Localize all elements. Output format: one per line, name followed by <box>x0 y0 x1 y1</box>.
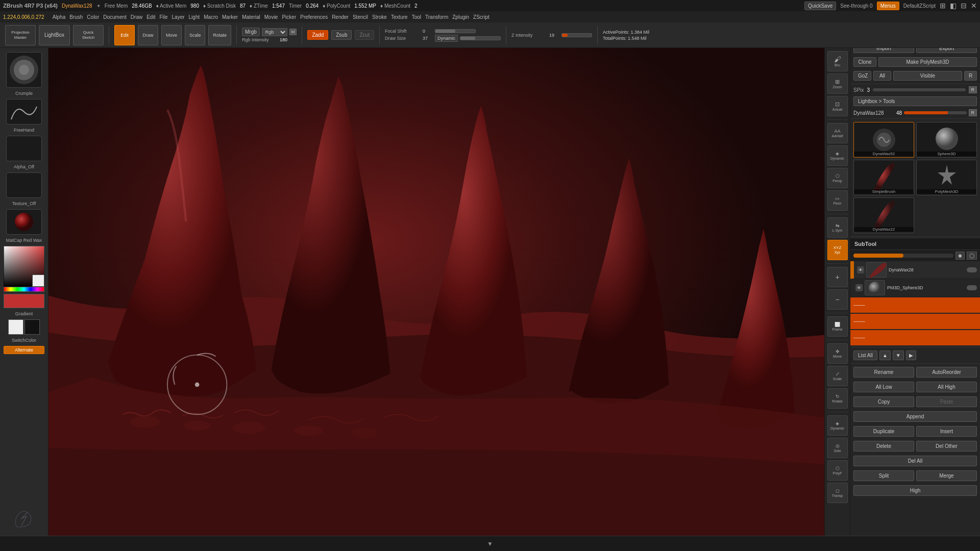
subtool-toggle-off[interactable]: ◯ <box>967 252 977 260</box>
subtool-item-blank1[interactable]: ──── <box>850 297 980 313</box>
r-btn[interactable]: R <box>964 71 977 81</box>
bru-btn[interactable]: 🖌 Bru <box>827 51 848 71</box>
menu-layer[interactable]: Layer <box>172 14 185 20</box>
color-gradient-box[interactable] <box>4 246 44 287</box>
subtool-vis-toggle2[interactable] <box>967 285 977 290</box>
crumple-brush[interactable] <box>6 52 42 88</box>
lightbox-btn[interactable]: LightBox <box>39 25 70 45</box>
menu-file[interactable]: File <box>159 14 167 20</box>
scale-btn[interactable]: Scale <box>185 25 206 45</box>
menu-tool[interactable]: Tool <box>412 14 421 20</box>
brush-polymesh3d[interactable]: PolyMesh3D <box>916 160 977 195</box>
all-high-btn[interactable]: All High <box>916 382 977 392</box>
all-low-btn[interactable]: All Low <box>853 382 914 392</box>
secondary-color[interactable] <box>32 274 44 287</box>
menus-btn[interactable]: Menus <box>877 2 899 10</box>
menu-zscript[interactable]: ZScript <box>473 14 489 20</box>
dynamic-view-btn[interactable]: ◈ Dynamic <box>827 145 848 166</box>
high-btn[interactable]: High <box>853 485 977 496</box>
lsym-btn[interactable]: ⇆ L.Sym <box>827 217 848 238</box>
alternate-btn[interactable]: Alternate <box>4 346 44 354</box>
rename-btn[interactable]: Rename <box>853 367 914 378</box>
canvas-area[interactable] <box>48 48 847 536</box>
goz-btn[interactable]: GoZ <box>853 71 871 81</box>
menu-preferences[interactable]: Preferences <box>300 14 328 20</box>
draw-slider[interactable] <box>460 36 501 40</box>
menu-document[interactable]: Document <box>103 14 127 20</box>
brush-simplebrush[interactable]: SimpleBrush <box>853 160 914 195</box>
split-btn[interactable]: Split <box>853 470 914 481</box>
zcut-btn[interactable]: Zcut <box>355 30 374 40</box>
subtool-toggle-on[interactable]: ◉ <box>955 252 965 260</box>
persp-btn[interactable]: ⬡ Persp <box>827 168 848 188</box>
menu-stencil[interactable]: Stencil <box>353 14 368 20</box>
dyname-r-btn[interactable]: R <box>969 109 977 116</box>
menu-stroke[interactable]: Stroke <box>372 14 387 20</box>
subtool-eye1[interactable]: 👁 <box>857 266 864 273</box>
menu-color[interactable]: Color <box>87 14 99 20</box>
draw-btn[interactable]: Draw <box>138 25 158 45</box>
icon-btn2[interactable]: ◧ <box>950 2 957 10</box>
rotate-view-btn[interactable]: ↻ Rotate <box>827 388 848 409</box>
plus-btn[interactable]: + <box>827 267 848 287</box>
polyf-btn[interactable]: ⬡ PolyF <box>827 460 848 481</box>
material-preview[interactable] <box>6 209 42 235</box>
menu-draw[interactable]: Draw <box>131 14 142 20</box>
hue-bar[interactable] <box>4 287 44 292</box>
solo-btn[interactable]: ◎ Solo <box>827 438 848 458</box>
auto-reorder-btn[interactable]: AutoReorder <box>916 367 977 378</box>
list-arrow-down[interactable]: ▼ <box>893 350 904 360</box>
dyname-slider[interactable] <box>904 111 966 114</box>
subtool-vis-toggle1[interactable] <box>967 267 977 272</box>
rgb-select[interactable]: Rgb <box>262 28 287 36</box>
projection-master-btn[interactable]: Tool ProjectionMaster <box>5 25 36 45</box>
menu-render[interactable]: Render <box>332 14 349 20</box>
menu-material[interactable]: Material <box>242 14 260 20</box>
subtool-item-blank3[interactable]: ──── <box>850 330 980 345</box>
scale-view-btn[interactable]: ⤢ Scale <box>827 366 848 386</box>
transp-btn[interactable]: ◻ Transp <box>827 483 848 503</box>
brush-dynawax22[interactable]: DynaWax22 <box>853 197 914 233</box>
subtool-item-blank2[interactable]: ──── <box>850 314 980 329</box>
minus-btn[interactable]: − <box>827 289 848 310</box>
z-intensity-slider[interactable] <box>561 33 592 37</box>
menu-macro[interactable]: Macro <box>204 14 218 20</box>
spix-r-btn[interactable]: R <box>969 86 977 93</box>
clone-btn[interactable]: Clone <box>853 57 876 67</box>
floor-btn[interactable]: ▭ Floor <box>827 190 848 211</box>
xyz-btn[interactable]: XYZ Xyz <box>827 240 848 260</box>
lightbox-tools-btn[interactable]: Lightbox > Tools <box>853 96 977 106</box>
list-all-btn[interactable]: List All <box>853 350 877 360</box>
quick-save-btn[interactable]: QuickSave <box>804 2 836 10</box>
focal-slider[interactable] <box>435 29 476 33</box>
merge-btn[interactable]: Merge <box>916 470 977 481</box>
del-all-btn[interactable]: Del All <box>853 456 977 466</box>
make-polymesh-btn[interactable]: Make PolyMesh3D <box>878 57 977 67</box>
spix-slider[interactable] <box>873 88 965 91</box>
dynamic-btn[interactable]: Dynamic <box>435 35 458 42</box>
quick-sketch-btn[interactable]: QuickSketch <box>73 25 104 45</box>
visible-btn[interactable]: Visible <box>893 71 962 81</box>
copy-subtool-btn[interactable]: Copy <box>853 396 914 407</box>
move-btn[interactable]: Move <box>161 25 182 45</box>
menu-marker[interactable]: Marker <box>222 14 238 20</box>
white-swatch[interactable] <box>8 319 23 335</box>
list-arrow-up[interactable]: ▲ <box>879 350 891 360</box>
menu-light[interactable]: Light <box>189 14 200 20</box>
del-other-btn[interactable]: Del Other <box>916 441 977 452</box>
move-view-btn[interactable]: ✥ Move <box>827 343 848 364</box>
actual-btn[interactable]: ⊡ Actual <box>827 96 848 116</box>
menu-brush[interactable]: Brush <box>69 14 83 20</box>
texture-preview[interactable] <box>6 172 42 198</box>
list-arrow-right[interactable]: ▶ <box>906 350 916 360</box>
icon-btn1[interactable]: ⊞ <box>940 2 946 10</box>
mrgb-btn[interactable]: Mrgb <box>242 28 260 36</box>
zoom-btn[interactable]: ⊞ Zoom <box>827 73 848 94</box>
icon-btn4[interactable]: ✕ <box>971 2 977 10</box>
primary-color-swatch[interactable] <box>4 294 44 308</box>
menu-zplugin[interactable]: Zplugin <box>452 14 469 20</box>
menu-picker[interactable]: Picker <box>282 14 296 20</box>
edit-btn[interactable]: Edit <box>114 25 135 45</box>
rotate-btn[interactable]: Rotate <box>208 25 231 45</box>
menu-texture[interactable]: Texture <box>391 14 408 20</box>
